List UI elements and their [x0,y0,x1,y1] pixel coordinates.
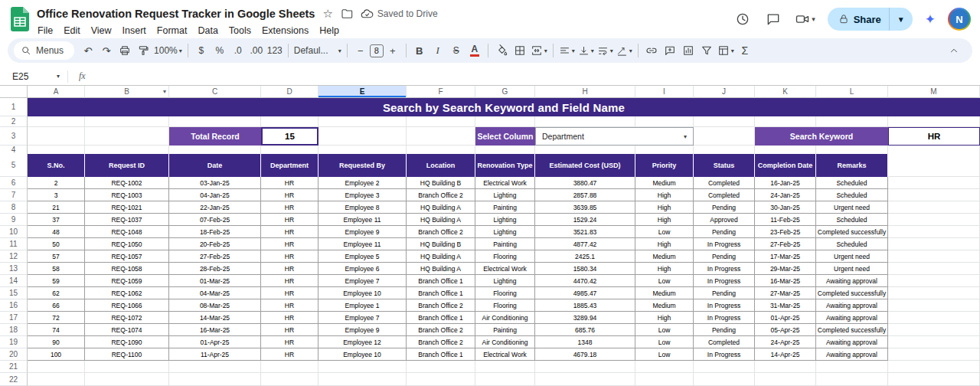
cell-completion-date[interactable]: 17-Mar-25 [755,250,816,263]
menu-item-data[interactable]: Data [192,24,223,38]
cell-estimated-cost-usd[interactable]: 4985.47 [535,287,635,299]
cell-requested-by[interactable]: Employee 10 [318,287,407,299]
text-color-button[interactable]: A [466,41,484,61]
cell-requested-by[interactable]: Employee 8 [318,201,407,214]
cell-status[interactable]: In Progress [694,348,755,361]
cell-request-id[interactable]: REQ-1074 [85,324,169,336]
cell-status[interactable]: Pending [694,324,755,336]
cell-requested-by[interactable]: Employee 7 [318,312,407,324]
cell-request-id[interactable]: REQ-1100 [85,348,169,361]
cell-priority[interactable]: Low [635,275,694,287]
cell-date[interactable]: 20-Feb-25 [169,238,261,250]
vertical-align-button[interactable]: ▾ [577,41,596,61]
cell-requested-by[interactable]: Employee 9 [318,324,407,336]
cell-date[interactable]: 14-Mar-25 [169,312,261,324]
cell-estimated-cost-usd[interactable]: 4679.18 [535,348,635,361]
cell-completion-date[interactable]: 24-Apr-25 [755,336,816,348]
cell-status[interactable]: Pending [694,226,755,238]
insert-comment-button[interactable] [661,41,679,61]
cell-request-id[interactable]: REQ-1066 [85,299,169,312]
empty-cell[interactable] [635,373,694,386]
cell-s-no[interactable]: 2 [28,177,85,189]
cell-renovation-type[interactable]: Flooring [475,250,535,263]
cell-priority[interactable]: High [635,189,694,201]
empty-cell[interactable] [28,116,85,127]
cell-request-id[interactable]: REQ-1057 [85,250,169,263]
empty-cell[interactable] [85,127,169,146]
empty-cell[interactable] [888,336,980,348]
cell-status[interactable]: Completed [694,189,755,201]
cell-location[interactable]: HQ Building A [407,263,475,275]
cell-status[interactable]: Pending [694,201,755,214]
empty-cell[interactable] [85,361,169,373]
cell-date[interactable]: 08-Mar-25 [169,299,261,312]
empty-cell[interactable] [318,361,407,373]
cell-request-id[interactable]: REQ-1059 [85,275,169,287]
dropdown-chevron-icon[interactable]: ▾ [684,133,687,140]
empty-cell[interactable] [888,226,980,238]
cell-location[interactable]: Branch Office 1 [407,287,475,299]
cell-date[interactable]: 01-Mar-25 [169,275,261,287]
cell-requested-by[interactable]: Employee 2 [318,177,407,189]
cell-completion-date[interactable]: 27-Feb-25 [755,238,816,250]
cell-renovation-type[interactable]: Painting [475,201,535,214]
redo-button[interactable]: ↷ [97,41,116,61]
cell-remarks[interactable]: Urgent need [816,250,888,263]
format-currency-button[interactable]: $ [192,41,211,61]
cell-date[interactable]: 07-Feb-25 [169,214,261,226]
cell-completion-date[interactable]: 24-Jan-25 [755,189,816,201]
empty-cell[interactable] [888,263,980,275]
cell-requested-by[interactable]: Employee 11 [318,238,407,250]
empty-cell[interactable] [816,116,888,127]
empty-cell[interactable] [816,373,888,386]
empty-cell[interactable] [475,373,535,386]
empty-cell[interactable] [888,189,980,201]
cell-renovation-type[interactable]: Painting [475,238,535,250]
cell-department[interactable]: HR [261,324,318,336]
column-header-m[interactable]: M [888,86,980,98]
cell-renovation-type[interactable]: Flooring [475,299,535,312]
cell-department[interactable]: HR [261,238,318,250]
empty-cell[interactable] [888,312,980,324]
column-header-d[interactable]: D [261,86,318,98]
cell-remarks[interactable]: Awaiting approval [816,299,888,312]
empty-cell[interactable] [635,361,694,373]
cell-date[interactable]: 04-Jan-25 [169,189,261,201]
cell-request-id[interactable]: REQ-1021 [85,201,169,214]
comments-icon[interactable] [764,10,782,28]
table-header-remarks[interactable]: Remarks [816,154,888,177]
cell-s-no[interactable]: 58 [28,263,85,275]
empty-cell[interactable] [28,361,85,373]
menu-item-edit[interactable]: Edit [58,24,86,38]
menu-item-extensions[interactable]: Extensions [256,24,314,38]
cell-priority[interactable]: Low [635,348,694,361]
menu-item-insert[interactable]: Insert [117,24,152,38]
empty-cell[interactable] [169,361,261,373]
meet-video-button[interactable]: ▾ [795,11,815,27]
cell-requested-by[interactable]: Employee 11 [318,214,407,226]
sheets-logo-icon[interactable] [11,7,29,34]
row-number[interactable]: 3 [0,127,28,146]
table-header-date[interactable]: Date [169,154,261,177]
cell-renovation-type[interactable]: Air Conditioning [475,336,535,348]
cell-s-no[interactable]: 62 [28,287,85,299]
table-header-status[interactable]: Status [694,154,755,177]
table-header-requested-by[interactable]: Requested By [318,154,407,177]
empty-cell[interactable] [318,373,407,386]
row-number[interactable]: 12 [0,250,28,263]
empty-cell[interactable] [755,116,816,127]
empty-cell[interactable] [169,373,261,386]
share-options-chevron-icon[interactable]: ▼ [890,15,913,24]
increase-font-size-button[interactable]: + [384,41,402,61]
cell-department[interactable]: HR [261,287,318,299]
cell-date[interactable]: 11-Apr-25 [169,348,261,361]
insert-chart-button[interactable] [679,41,697,61]
column-header-j[interactable]: J [694,86,755,98]
menus-search-chip[interactable]: Menus [14,41,74,60]
cell-status[interactable]: Pending [694,250,755,263]
decrease-decimal-button[interactable]: .0 [229,41,247,61]
table-header-location[interactable]: Location [407,154,475,177]
cell-completion-date[interactable]: 23-Feb-25 [755,226,816,238]
cell-department[interactable]: HR [261,263,318,275]
cell-s-no[interactable]: 21 [28,201,85,214]
